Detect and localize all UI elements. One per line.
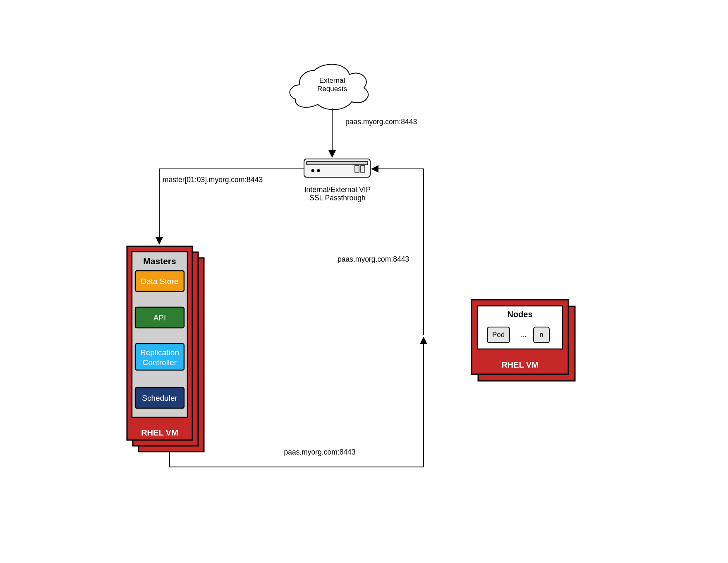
cloud-text-1: External [319,77,345,84]
api-label: API [153,313,166,322]
n-label: n [539,331,543,339]
pod-dots: ... [521,331,527,339]
vip-label-1: Internal/External VIP [304,185,371,194]
label-top-arrow: paas.myorg.com:8443 [345,118,417,126]
masters-title: Masters [143,256,176,266]
nodes-stack: Nodes Pod ... n RHEL VM [472,300,575,381]
svg-point-2 [311,169,314,172]
svg-point-3 [317,169,320,172]
arrow-nodes-to-vip-right [372,169,424,334]
label-right-arrow: paas.myorg.com:8443 [338,255,409,263]
nodes-footer: RHEL VM [501,360,539,369]
vip-label-2: SSL Passthrough [309,194,366,202]
svg-rect-5 [361,166,365,172]
svg-rect-1 [307,161,368,165]
replication-label-1: Replication [140,348,179,357]
external-requests-cloud: External Requests [290,64,369,110]
diagram-canvas: External Requests paas.myorg.com:8443 In… [0,0,728,563]
replication-label-2: Controller [143,358,177,367]
masters-stack: Masters Data Store API Replication Contr… [127,246,204,452]
cloud-text-2: Requests [317,85,347,93]
svg-rect-4 [355,166,359,172]
label-left-arrow: master[01:03].myorg.com:8443 [163,176,263,184]
scheduler-label: Scheduler [142,394,177,402]
vip-device [304,159,370,177]
pod-label: Pod [492,331,505,339]
label-bottom-arrow: paas.myorg.com:8443 [284,448,355,456]
nodes-title: Nodes [507,310,532,319]
data-store-label: Data Store [141,277,179,286]
masters-footer: RHEL VM [141,428,178,437]
